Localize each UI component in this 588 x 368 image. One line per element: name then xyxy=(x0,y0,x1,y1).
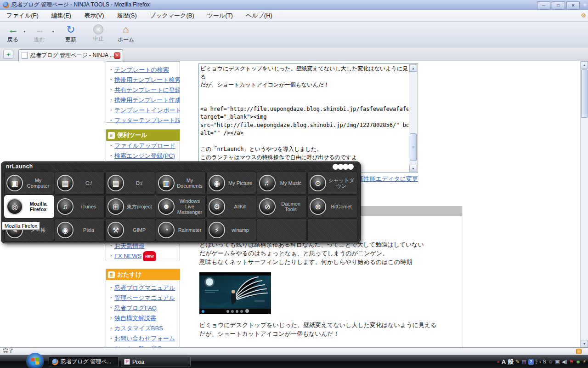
refresh-button[interactable]: ↻ 更新 xyxy=(61,23,81,44)
launcher-item-itunes[interactable]: ♫iTunes xyxy=(55,195,105,218)
bullet: ・ xyxy=(108,334,114,344)
sidebar-link[interactable]: カスタマイズBBS xyxy=(114,323,163,334)
maximize-button[interactable]: □ xyxy=(552,1,565,10)
launcher-empty-cell xyxy=(257,218,307,242)
sidebar-link[interactable]: 独自構文解説書 xyxy=(114,313,156,323)
launcher-item-drive-d[interactable]: ▤D:/ xyxy=(105,172,155,195)
scroll-down-arrow[interactable]: ▼ xyxy=(409,165,417,172)
nrlaunch-window[interactable]: nrLaunch ▣My Computer▤C:/▤D:/▥My Documen… xyxy=(1,161,361,243)
launcher-item-gimp[interactable]: ⚒GIMP xyxy=(105,218,155,242)
scroll-up-arrow[interactable]: ▲ xyxy=(409,64,417,72)
sidebar-link[interactable]: 検索エンジン登録(PC) xyxy=(114,151,175,161)
scrollbar-thumb[interactable]: ≡ xyxy=(410,133,417,161)
launcher-item-my-documents[interactable]: ▥My Documents xyxy=(156,172,206,195)
sidebar-link[interactable]: ツール一覧へ戻る xyxy=(114,344,163,347)
launcher-item-drive-c[interactable]: ▤C:/ xyxy=(55,172,105,195)
sidebar-link[interactable]: テンプレートインポート xyxy=(114,105,180,115)
launcher-item-allkill[interactable]: ⚙AllKill xyxy=(206,195,256,218)
launcher-item-bitcomet[interactable]: ⊕BitComet xyxy=(307,195,357,218)
sidebar-link[interactable]: ファイルアップロード xyxy=(114,141,175,151)
stop-button[interactable]: ✕ 中止 xyxy=(88,23,108,43)
sidebar-link[interactable]: フッターテンプレート設定 xyxy=(114,115,180,126)
launcher-item-shutdown[interactable]: ⊙シャットダウン xyxy=(307,172,357,195)
launcher-item-label: シャットダウン xyxy=(325,178,357,189)
help-icon[interactable]: ? xyxy=(528,359,534,365)
textarea-scrollbar[interactable]: ▲ ≡ ▼ xyxy=(409,64,417,172)
taskbar-task-pixia[interactable]: PPixia xyxy=(121,356,191,367)
nrlaunch-titlebar[interactable]: nrLaunch xyxy=(1,162,360,171)
volume-icon[interactable]: ◀) xyxy=(562,359,567,364)
remote-display-icon[interactable]: ▣ xyxy=(555,359,560,364)
page-scroll-down[interactable]: ▼ xyxy=(581,340,588,347)
forward-history-dropdown[interactable]: ▼ xyxy=(51,30,55,33)
chevron-icon[interactable]: ‹ xyxy=(539,359,541,364)
launcher-item-winamp[interactable]: ⚡winamp xyxy=(206,218,256,242)
statusbar-extension-icon[interactable] xyxy=(576,349,582,354)
launcher-item-pixia[interactable]: ◉Pixia xyxy=(55,218,105,242)
close-button[interactable]: ✕ xyxy=(566,1,580,10)
ime-toolbox-icon[interactable]: ▤ xyxy=(521,359,526,364)
extension-gear-icon[interactable]: ⚙ xyxy=(581,12,586,19)
window-titlebar: 忍者ブログ 管理ページ - NINJA TOOLS - Mozilla Fire… xyxy=(0,0,588,10)
menu-item-4[interactable]: ブックマーク(B) xyxy=(143,10,201,21)
cat-icon[interactable]: ☺ xyxy=(548,359,553,364)
start-button[interactable] xyxy=(27,353,44,368)
launcher-item-my-computer[interactable]: ▣My Computer xyxy=(4,172,54,195)
launcher-item-windows-live-messenger[interactable]: ☻Windows Live Messenger xyxy=(156,195,206,218)
launcher-item-my-picture[interactable]: ◉My Picture xyxy=(206,172,256,195)
ime-mode-kana[interactable]: 般 xyxy=(508,359,514,364)
bullet: ・ xyxy=(108,75,114,85)
desktop-screenshot-image[interactable] xyxy=(199,272,271,314)
tab-ninja-blog[interactable]: 忍者ブログ 管理ページ - NINJA ... ✕ xyxy=(18,49,123,61)
sidebar-link[interactable]: FX NEWS xyxy=(114,251,141,261)
windows-live-messenger-icon: ☻ xyxy=(159,199,174,214)
change-editor-link[interactable]: 高性能エディタに変更 xyxy=(357,175,418,182)
menu-item-1[interactable]: 編集(E) xyxy=(45,10,78,21)
minimize-button[interactable]: ─ xyxy=(537,1,550,10)
sidebar-link-row: ・検索エンジン登録(PC) xyxy=(106,151,180,161)
menu-item-0[interactable]: ファイル(F) xyxy=(0,10,45,21)
launcher-item-label: Daemon Tools xyxy=(275,201,307,212)
back-history-dropdown[interactable]: ▼ xyxy=(23,30,26,33)
sidebar-link[interactable]: テンプレートの検索 xyxy=(114,65,169,75)
back-button[interactable]: ← 戻る xyxy=(3,23,23,44)
menu-item-2[interactable]: 表示(V) xyxy=(78,10,110,21)
power-plan-icon[interactable]: ⚡ xyxy=(582,359,586,364)
menu-item-3[interactable]: 履歴(S) xyxy=(111,10,143,21)
launcher-item-daemon-tools[interactable]: ⊘Daemon Tools xyxy=(257,195,307,218)
ime-mode-a[interactable]: A xyxy=(502,359,506,364)
launcher-item-touhou-project[interactable]: ⊞東方project xyxy=(105,195,155,218)
taskbar-task-firefox[interactable]: 忍者ブログ 管理ペ... xyxy=(49,356,119,367)
sidebar-link[interactable]: お問い合わせフォーム xyxy=(114,334,175,344)
entry-textarea[interactable]: ビミョウにデスクトップをいじった。壁紙変えてないし大した変化はないように見え る… xyxy=(198,63,418,173)
launcher-dot[interactable] xyxy=(348,164,354,170)
messenger-status-icon[interactable]: ☻ xyxy=(576,359,581,364)
home-button[interactable]: ⌂ ホーム xyxy=(116,23,136,44)
forward-button[interactable]: → 進む xyxy=(29,23,50,44)
menu-item-5[interactable]: ツール(T) xyxy=(201,10,239,21)
sidebar-link[interactable]: 携帯用テンプレート検索 xyxy=(114,75,180,85)
skype-icon[interactable]: S xyxy=(543,359,546,364)
launcher-item-rainmeter[interactable]: ◔Rainmeter xyxy=(156,218,206,242)
sidebar-link[interactable]: 共有テンプレートに登録 xyxy=(114,85,180,95)
flag-icon[interactable]: ⚑ xyxy=(569,359,574,364)
ime-pad-icon[interactable]: ✎ xyxy=(515,359,520,364)
new-tab-button[interactable]: + xyxy=(3,50,13,59)
page-scrollbar[interactable]: ▲ ▼ xyxy=(580,61,588,347)
page-scrollbar-thumb[interactable] xyxy=(581,69,588,118)
sidebar-link[interactable]: 管理ページマニュアル xyxy=(114,293,175,303)
sidebar-link[interactable]: 携帯用テンプレート作成 xyxy=(114,95,180,105)
bullet: ・ xyxy=(108,141,114,151)
page-scroll-up[interactable]: ▲ xyxy=(581,61,588,69)
ck-indicator[interactable]: C K xyxy=(536,359,537,365)
winamp-icon: ⚡ xyxy=(209,223,224,237)
sidebar-link[interactable]: 忍者ブログマニュアル xyxy=(114,283,175,293)
tab-close-button[interactable]: ✕ xyxy=(114,52,120,59)
tray-app-icon[interactable]: ● xyxy=(497,359,500,364)
drive-d-icon: ▤ xyxy=(108,176,123,190)
launcher-item-my-music[interactable]: ♬My Music xyxy=(257,172,307,195)
bullet: ・ xyxy=(108,151,114,161)
launcher-item-mozilla-firefox[interactable]: ◎Mozilla Firefox xyxy=(4,195,54,218)
menu-item-6[interactable]: ヘルプ(H) xyxy=(239,10,279,21)
sidebar-link[interactable]: 忍者ブログFAQ xyxy=(114,303,157,313)
